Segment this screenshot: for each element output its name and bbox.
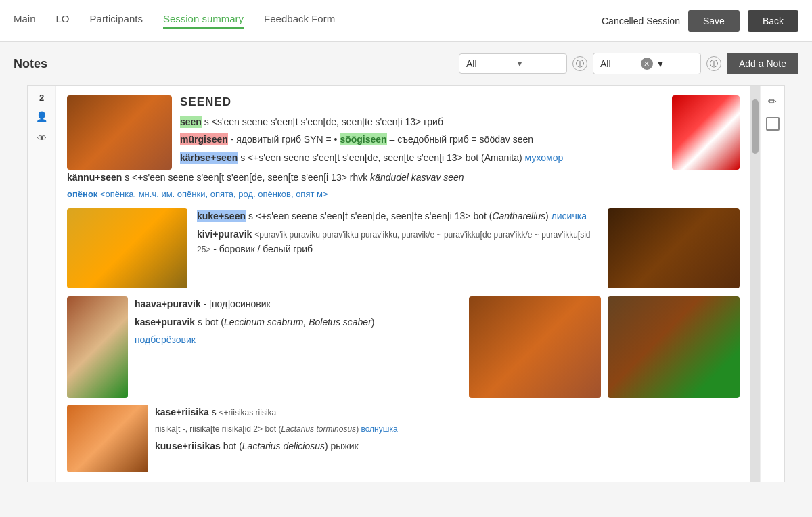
riisika-phonetics2-line: riisika[t -, riisika[te riisika[id 2> bo… xyxy=(155,423,740,436)
murgiseen-text: - ядовитый гриб SYN = • xyxy=(231,134,338,145)
cancelled-session-checkbox[interactable] xyxy=(587,16,597,26)
cancelled-session-control: Cancelled Session xyxy=(587,16,680,26)
kase-puravik-text: s bot (Leccinum scabrum, Boletus scaber) xyxy=(198,317,374,328)
tab-participants[interactable]: Participants xyxy=(90,13,143,29)
riisika-section: kase+riisika s <+riisikas riisika riisik… xyxy=(67,405,740,472)
tab-session-summary[interactable]: Session summary xyxy=(163,13,244,29)
filter-info-1[interactable]: ⓘ xyxy=(572,56,587,71)
right-boletus-thumbnail xyxy=(608,296,740,398)
lisichka-link[interactable]: лисичка xyxy=(551,210,587,221)
filter-info-2[interactable]: ⓘ xyxy=(706,56,721,71)
riisika-thumbnail xyxy=(67,405,148,472)
cancelled-session-label: Cancelled Session xyxy=(602,16,680,26)
nav-right: Cancelled Session Save Back xyxy=(587,10,798,32)
podberezhovik-link[interactable]: подберёзовик xyxy=(135,334,196,345)
right-icons: ✏ xyxy=(760,86,784,482)
kukeseen-word: kuke+seen xyxy=(197,210,246,222)
soogiseen-text: – съедобный гриб = söödav seen xyxy=(390,134,533,145)
kukeseen-content: kuke+seen s <+s'een seene s'een[t s'een[… xyxy=(197,208,598,288)
puravik-content: haava+puravik - [под]осиновик kase+purav… xyxy=(135,296,462,398)
kukeseen-row: kuke+seen s <+s'een seene s'een[t s'een[… xyxy=(67,208,740,288)
notes-section: Notes All ▼ ⓘ All ✕ ▼ ⓘ Add a Note 2 👤 👁 xyxy=(0,42,812,493)
kase-riisika-s: s xyxy=(212,407,219,418)
amanita-thumbnail xyxy=(672,95,740,170)
murgiseen-word: mürgiseen xyxy=(180,133,228,145)
birch-mushroom-thumbnail xyxy=(469,296,601,398)
note-content: SEENED seen s <s'een seene s'een[t s'een… xyxy=(56,86,750,482)
kivi-puravik-text: - боровик / белый гриб xyxy=(213,244,313,254)
tab-lo[interactable]: LO xyxy=(56,13,70,29)
tab-feedback-form[interactable]: Feedback Form xyxy=(264,13,335,29)
notes-title: Notes xyxy=(14,57,47,71)
note-count: 2 xyxy=(39,93,44,103)
seen-word: seen xyxy=(180,116,202,128)
riisika-text: bot (Lactarius torminosus) xyxy=(265,424,361,434)
murgiseen-line: mürgiseen - ядовитый гриб SYN = • söögis… xyxy=(180,132,664,147)
seened-thumbnail xyxy=(67,95,172,170)
filter-clear-2[interactable]: ✕ xyxy=(641,58,653,70)
save-button[interactable]: Save xyxy=(688,10,740,32)
seen-phonetics: s <s'een seene s'een[t s'een[de, seen[te… xyxy=(204,116,424,127)
kannuseen-phonetics: s <+s'een seene s'een[t s'een[de, seen[t… xyxy=(125,172,370,183)
filter-arrow-1: ▼ xyxy=(516,59,560,68)
boletus-thumbnail xyxy=(608,208,740,288)
eye-icon[interactable]: 👁 xyxy=(34,130,50,146)
user-icon[interactable]: 👤 xyxy=(34,108,50,125)
nav-tabs: Main LO Participants Session summary Fee… xyxy=(14,13,587,29)
kivi-puravik-line: kivi+puravik <purav'ik puraviku purav'ik… xyxy=(197,227,598,257)
kuuse-text: bot (Lactarius deliciosus) xyxy=(223,441,331,451)
add-note-button[interactable]: Add a Note xyxy=(727,53,798,74)
volnushka-link[interactable]: волнушка xyxy=(361,424,397,434)
tab-main[interactable]: Main xyxy=(14,13,36,29)
kivi-puravik-section: kivi+puravik <purav'ik puraviku purav'ik… xyxy=(197,227,598,257)
edit-icon[interactable]: ✏ xyxy=(764,93,782,110)
kase-riisika-line: kase+riisika s <+riisikas riisika xyxy=(155,405,740,420)
filter-arrow-2: ▼ xyxy=(656,58,694,69)
kannuseen-text: kändudel kasvav seen xyxy=(370,172,464,183)
puravik-section: haava+puravik - [под]осиновик kase+purav… xyxy=(67,296,740,398)
back-button[interactable]: Back xyxy=(748,10,798,32)
haava-puravik-text: - [под]осиновик xyxy=(204,298,271,309)
kase-puravik-link-line: подберёзовик xyxy=(135,332,462,347)
kuuse-riisikas-line: kuuse+riisikas bot (Lactarius deliciosus… xyxy=(155,439,740,453)
haava-puravik-word: haava+puravik xyxy=(135,298,201,309)
kase-riisika-phonetics: <+riisikas riisika xyxy=(219,408,277,418)
content-area: 2 👤 👁 SEENED seen s <s'een seene s'een[t… xyxy=(27,85,785,482)
puravik-thumbnail xyxy=(67,296,128,398)
select-checkbox[interactable] xyxy=(766,117,780,131)
openok-word: опёнок xyxy=(67,189,97,199)
mukhamor-link[interactable]: мухомор xyxy=(525,152,564,163)
kase-puravik-word: kase+puravik xyxy=(135,317,195,328)
scrollbar[interactable] xyxy=(750,86,760,482)
seen-line: seen s <s'een seene s'een[t s'een[de, se… xyxy=(180,114,664,129)
kase-puravik-line: kase+puravik s bot (Leccinum scabrum, Bo… xyxy=(135,315,462,330)
openok-phonetics: <опёнка, мн.ч. им. опёнки, опята, род. о… xyxy=(100,189,328,199)
filter-all-2[interactable]: All ✕ ▼ xyxy=(593,53,701,74)
seened-title: SEENED xyxy=(180,95,664,109)
kukeseen-phonetics: s <+s'een seene s'een[t s'een[de, seen[t… xyxy=(248,210,551,221)
karbseseen-phonetics: s <+s'een seene s'een[t s'een[de, seen[t… xyxy=(240,152,524,163)
seened-section: SEENED seen s <s'een seene s'een[t s'een… xyxy=(67,95,740,170)
kuuse-riisikas-word: kuuse+riisikas xyxy=(155,441,221,451)
filter-all-1-value: All xyxy=(466,58,510,69)
riisika-phonetics2: riisika[t -, riisika[te riisika[id 2> xyxy=(155,424,263,434)
seen-translation: гриб xyxy=(424,116,443,127)
kukeseen-line: kuke+seen s <+s'een seene s'een[t s'een[… xyxy=(197,208,598,223)
karbseseen-word: kärbse+seen xyxy=(180,152,238,164)
kannuseen-word: kännu+seen xyxy=(67,172,122,183)
top-navigation: Main LO Participants Session summary Fee… xyxy=(0,0,812,42)
riisika-content: kase+riisika s <+riisikas riisika riisik… xyxy=(155,405,740,472)
kase-riisika-word: kase+riisika xyxy=(155,407,209,418)
scroll-thumb[interactable] xyxy=(752,99,759,154)
left-sidebar: 2 👤 👁 xyxy=(28,86,56,482)
kuuse-translation: рыжик xyxy=(331,441,359,451)
kannuseen-line: kännu+seen s <+s'een seene s'een[t s'een… xyxy=(67,170,740,185)
kivi-puravik-word: kivi+puravik xyxy=(197,229,252,240)
seened-content: SEENED seen s <s'een seene s'een[t s'een… xyxy=(180,95,664,170)
filter-all-1[interactable]: All ▼ xyxy=(459,53,567,74)
karbseseen-line: kärbse+seen s <+s'een seene s'een[t s'ee… xyxy=(180,150,664,165)
chanterelle-thumbnail xyxy=(67,208,187,288)
notes-header: Notes All ▼ ⓘ All ✕ ▼ ⓘ Add a Note xyxy=(14,53,798,74)
notes-filters: All ▼ ⓘ All ✕ ▼ ⓘ Add a Note xyxy=(459,53,798,74)
soogiseen-word: söögiseen xyxy=(340,133,386,145)
